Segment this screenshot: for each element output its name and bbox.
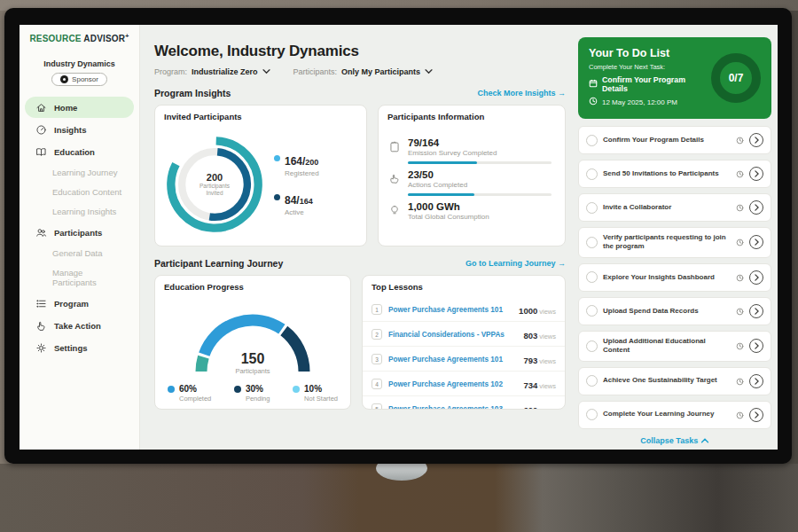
gear-icon — [35, 341, 48, 354]
registered-dot-icon — [274, 155, 280, 161]
task-list: Confirm Your Program Details Send 50 Inv… — [578, 126, 771, 429]
clock-icon — [736, 373, 744, 389]
task-checkbox[interactable] — [586, 409, 598, 420]
emission-progress-bar — [408, 161, 552, 164]
sidebar-item-learning-insights[interactable]: Learning Insights — [25, 202, 134, 221]
task-row[interactable]: Achieve One Sustainability Target — [578, 367, 771, 395]
task-row[interactable]: Invite a Collaborator — [578, 193, 771, 222]
lesson-rank: 1 — [372, 304, 382, 315]
lesson-link[interactable]: Power Purchase Agreements 103 — [388, 405, 517, 411]
participants-dropdown[interactable]: Participants: Only My Participants — [293, 67, 434, 76]
list-icon — [35, 297, 48, 309]
check-more-insights-link[interactable]: Check More Insights → — [477, 89, 566, 98]
legend-completed: 60%Completed — [168, 384, 211, 403]
task-checkbox[interactable] — [586, 202, 598, 214]
sidebar-item-manage-participants[interactable]: Manage Participants — [25, 263, 134, 292]
task-row[interactable]: Verify participants requesting to join t… — [578, 227, 771, 258]
todo-title: Your To Do List — [589, 47, 704, 59]
sponsor-badge: Sponsor — [51, 73, 107, 86]
task-go-button[interactable] — [749, 304, 763, 318]
lesson-link[interactable]: Power Purchase Agreements 101 — [388, 306, 512, 314]
chevron-up-icon — [700, 438, 709, 443]
task-checkbox[interactable] — [586, 375, 598, 387]
task-checkbox[interactable] — [586, 135, 598, 146]
clock-icon — [736, 407, 744, 423]
page-title: Welcome, Industry Dynamics — [154, 43, 566, 60]
education-gauge-chart: 150 Participants — [182, 304, 324, 375]
actions-icon — [389, 169, 401, 196]
task-checkbox[interactable] — [586, 168, 598, 180]
task-go-button[interactable] — [749, 167, 763, 181]
sidebar-item-take-action[interactable]: Take Action — [25, 315, 134, 336]
sidebar-item-participants[interactable]: Participants — [25, 222, 134, 243]
stat-consumption: 1,000 GWh Total Global Consumption — [389, 201, 554, 221]
sidebar-item-education-content[interactable]: Education Content — [25, 183, 134, 201]
legend-registered: 164/200 Registered — [274, 153, 319, 177]
top-lessons-card: Top Lessons 1 Power Purchase Agreements … — [362, 275, 566, 410]
sidebar-item-education[interactable]: Education — [25, 141, 134, 162]
actions-progress-bar — [408, 193, 552, 196]
chevron-down-icon — [425, 67, 433, 76]
card-title: Education Progress — [155, 276, 350, 297]
task-checkbox[interactable] — [586, 340, 598, 352]
legend-pending: 30%Pending — [234, 384, 270, 403]
lesson-link[interactable]: Financial Considerations - VPPAs — [388, 331, 517, 339]
sidebar-item-settings[interactable]: Settings — [25, 337, 134, 358]
card-title: Invited Participants — [155, 106, 366, 127]
clock-icon — [736, 303, 744, 319]
task-go-button[interactable] — [749, 339, 763, 353]
task-checkbox[interactable] — [586, 271, 598, 283]
insights-icon — [35, 123, 48, 136]
task-row[interactable]: Send 50 Invitations to Participants — [578, 160, 771, 188]
lesson-link[interactable]: Power Purchase Agreements 101 — [388, 356, 517, 364]
sidebar-item-home[interactable]: Home — [25, 97, 134, 118]
task-go-button[interactable] — [749, 235, 763, 249]
sponsor-wrap: Sponsor — [20, 73, 139, 86]
task-checkbox[interactable] — [586, 237, 598, 248]
todo-subtitle: Complete Your Next Task: — [589, 63, 704, 71]
education-progress-card: Education Progress 150 Participants — [154, 275, 351, 410]
people-icon — [35, 226, 48, 239]
task-go-button[interactable] — [749, 133, 763, 147]
stat-actions: 23/50 Actions Completed — [389, 169, 554, 196]
lesson-rank: 5 — [372, 403, 382, 410]
book-icon — [35, 145, 48, 158]
go-to-learning-journey-link[interactable]: Go to Learning Journey → — [466, 259, 566, 268]
task-go-button[interactable] — [749, 374, 763, 388]
task-row[interactable]: Upload Additional Educational Content — [578, 331, 771, 362]
task-row[interactable]: Upload Spend Data Records — [578, 297, 771, 325]
task-go-button[interactable] — [749, 200, 763, 215]
calendar-icon — [589, 79, 598, 90]
sidebar-nav: Home Insights Education Learning Journey… — [20, 97, 139, 358]
lesson-row: 1 Power Purchase Agreements 101 1000view… — [363, 297, 565, 322]
sidebar-item-program[interactable]: Program — [25, 293, 134, 314]
task-go-button[interactable] — [749, 270, 763, 285]
sponsor-label: Sponsor — [72, 75, 98, 83]
active-dot-icon — [274, 194, 280, 200]
clock-icon — [589, 97, 598, 107]
monitor-bezel: RESOURCE ADVISOR+ Industry Dynamics Spon… — [4, 8, 792, 464]
card-title: Top Lessons — [363, 276, 565, 297]
home-icon — [35, 101, 48, 113]
lesson-rank: 3 — [372, 354, 382, 364]
sidebar-item-general-data[interactable]: General Data — [25, 244, 134, 262]
sidebar: RESOURCE ADVISOR+ Industry Dynamics Spon… — [20, 25, 140, 450]
collapse-tasks-link[interactable]: Collapse Tasks — [578, 436, 771, 445]
hand-action-icon — [35, 319, 48, 332]
arrow-right-icon: → — [558, 259, 566, 268]
clipboard-icon — [389, 137, 401, 164]
sidebar-item-insights[interactable]: Insights — [25, 119, 134, 140]
program-insights-header: Program Insights Check More Insights → — [154, 88, 566, 98]
donut-center-value: 200 — [207, 172, 223, 183]
sidebar-item-learning-journey[interactable]: Learning Journey — [25, 163, 134, 182]
program-dropdown[interactable]: Program: Industrialize Zero — [154, 67, 270, 76]
todo-due-date: 12 May 2025, 12:00 PM — [589, 97, 704, 107]
task-go-button[interactable] — [749, 408, 763, 422]
task-row[interactable]: Complete Your Learning Journey — [578, 401, 771, 429]
lesson-link[interactable]: Power Purchase Agreements 102 — [388, 380, 517, 388]
chevron-down-icon — [262, 67, 270, 76]
task-checkbox[interactable] — [586, 305, 598, 317]
task-row[interactable]: Explore Your Insights Dashboard — [578, 263, 771, 292]
task-row[interactable]: Confirm Your Program Details — [578, 126, 771, 154]
card-title: Participants Information — [379, 106, 565, 127]
